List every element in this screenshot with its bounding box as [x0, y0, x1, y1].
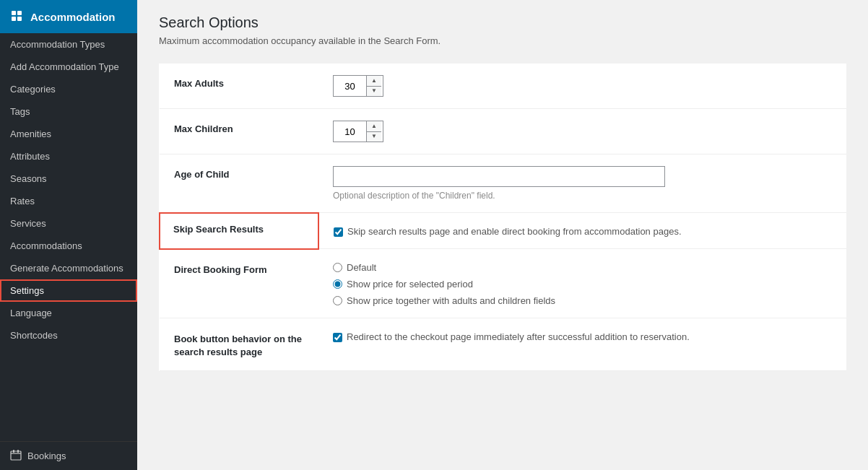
max-adults-increment[interactable]: ▲ [367, 76, 381, 87]
svg-rect-5 [13, 450, 14, 453]
calendar-icon [10, 449, 22, 463]
direct-booking-row: Direct Booking Form Default Show price f… [160, 249, 846, 318]
sidebar-header[interactable]: Accommodation [0, 0, 137, 33]
direct-booking-radio-group: Default Show price for selected period S… [333, 262, 832, 306]
age-of-child-field: Optional description of the "Children" f… [318, 155, 846, 213]
radio-show-price-label: Show price for selected period [347, 279, 473, 290]
skip-search-checkbox-row: Skip search results page and enable dire… [334, 226, 832, 237]
skip-search-checkbox[interactable] [334, 227, 343, 237]
sidebar-item-settings[interactable]: Settings [0, 279, 137, 302]
radio-show-price-adults-row: Show price together with adults and chil… [333, 295, 832, 306]
age-of-child-row: Age of Child Optional description of the… [160, 155, 846, 213]
sidebar-footer-bookings[interactable]: Bookings [0, 442, 137, 470]
sidebar: Accommodation Accommodation Types Add Ac… [0, 0, 137, 470]
sidebar-item-tags[interactable]: Tags [0, 100, 137, 123]
sidebar-item-language[interactable]: Language [0, 302, 137, 324]
sidebar-item-generate-accommodations[interactable]: Generate Accommodations [0, 257, 137, 279]
max-adults-spinner-buttons: ▲ ▼ [366, 76, 381, 96]
sidebar-item-services[interactable]: Services [0, 212, 137, 235]
sidebar-item-add-accommodation-type[interactable]: Add Accommodation Type [0, 56, 137, 78]
max-children-row: Max Children ▲ ▼ [160, 109, 846, 155]
svg-rect-6 [17, 450, 19, 453]
skip-search-row: Skip Search Results Skip search results … [160, 213, 846, 249]
max-adults-input[interactable] [334, 78, 366, 95]
max-children-label: Max Children [160, 109, 318, 155]
sidebar-item-amenities[interactable]: Amenities [0, 123, 137, 145]
sidebar-item-shortcodes[interactable]: Shortcodes [0, 324, 137, 347]
sidebar-item-categories[interactable]: Categories [0, 78, 137, 100]
sidebar-item-seasons[interactable]: Seasons [0, 167, 137, 190]
book-button-text: Redirect to the checkout page immediatel… [347, 331, 690, 342]
max-children-input[interactable] [334, 123, 366, 140]
settings-form-table: Max Adults ▲ ▼ Max Children ▲ [159, 64, 846, 371]
radio-show-price[interactable] [333, 279, 342, 289]
svg-rect-4 [11, 451, 21, 460]
radio-default-row: Default [333, 262, 832, 273]
sidebar-item-attributes[interactable]: Attributes [0, 145, 137, 167]
skip-search-label: Skip Search Results [160, 213, 318, 249]
radio-show-price-adults[interactable] [333, 296, 342, 305]
radio-default-label: Default [347, 262, 376, 273]
grid-icon [10, 9, 25, 24]
sidebar-nav: Accommodation Types Add Accommodation Ty… [0, 33, 137, 441]
book-button-field: Redirect to the checkout page immediatel… [318, 318, 846, 371]
max-adults-decrement[interactable]: ▼ [367, 87, 381, 97]
age-of-child-hint: Optional description of the "Children" f… [333, 191, 832, 201]
skip-search-field: Skip search results page and enable dire… [318, 213, 846, 249]
max-adults-label: Max Adults [160, 64, 318, 109]
age-of-child-input[interactable] [333, 166, 665, 187]
age-of-child-label: Age of Child [160, 155, 318, 213]
radio-show-price-adults-label: Show price together with adults and chil… [347, 295, 555, 306]
max-children-spinner: ▲ ▼ [333, 121, 383, 142]
max-adults-row: Max Adults ▲ ▼ [160, 64, 846, 109]
svg-rect-2 [12, 17, 16, 21]
sidebar-footer: Bookings [0, 441, 137, 470]
max-adults-spinner: ▲ ▼ [333, 75, 383, 97]
sidebar-item-accommodation-types[interactable]: Accommodation Types [0, 33, 137, 56]
book-button-checkbox-row: Redirect to the checkout page immediatel… [333, 331, 832, 342]
sidebar-footer-label: Bookings [27, 451, 66, 461]
book-button-label: Book button behavior on the search resul… [160, 318, 318, 371]
svg-rect-1 [17, 11, 22, 15]
max-children-decrement[interactable]: ▼ [367, 132, 381, 142]
svg-rect-0 [12, 11, 16, 15]
book-button-row: Book button behavior on the search resul… [160, 318, 846, 371]
sidebar-item-rates[interactable]: Rates [0, 190, 137, 212]
max-children-field: ▲ ▼ [318, 109, 846, 155]
main-content: Search Options Maximum accommodation occ… [137, 0, 868, 470]
sidebar-header-label: Accommodation [30, 11, 116, 23]
skip-search-text: Skip search results page and enable dire… [347, 226, 682, 237]
max-children-spinner-buttons: ▲ ▼ [366, 121, 381, 142]
direct-booking-label: Direct Booking Form [160, 249, 318, 318]
sidebar-item-accommodations[interactable]: Accommodations [0, 235, 137, 257]
radio-default[interactable] [333, 263, 342, 272]
page-title: Search Options [159, 14, 846, 31]
max-adults-field: ▲ ▼ [318, 64, 846, 109]
max-children-increment[interactable]: ▲ [367, 121, 381, 132]
page-description: Maximum accommodation occupancy availabl… [159, 35, 846, 46]
direct-booking-field: Default Show price for selected period S… [318, 249, 846, 318]
book-button-checkbox[interactable] [333, 333, 342, 342]
svg-rect-3 [17, 17, 22, 21]
radio-show-price-row: Show price for selected period [333, 279, 832, 290]
